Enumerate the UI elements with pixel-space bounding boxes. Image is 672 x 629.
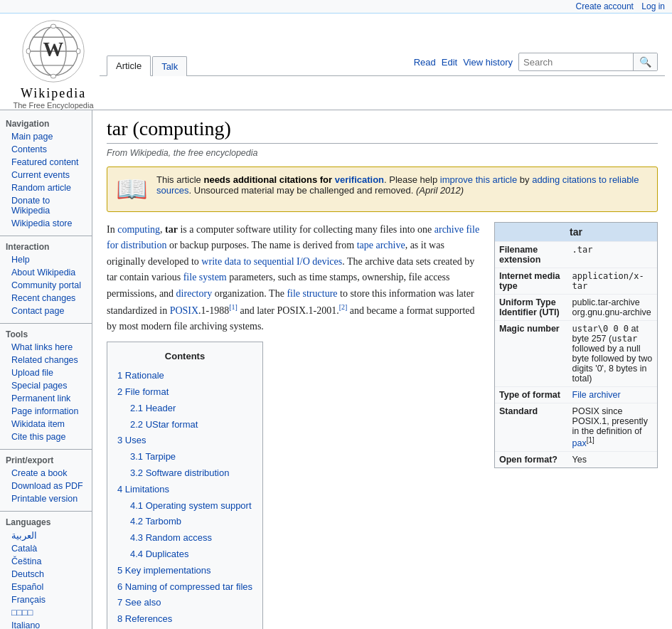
toc-link-4-1[interactable]: 4.1 Operating system support: [130, 500, 252, 511]
toc-link-8[interactable]: 8 References: [117, 613, 172, 624]
toc-link-4[interactable]: 4 Limitations: [117, 484, 169, 495]
sidebar-lang-catala[interactable]: Català: [0, 542, 92, 555]
toc-item-6: 6 Naming of compressed tar files: [117, 580, 252, 595]
sidebar-item-contents[interactable]: Contents: [0, 143, 92, 156]
file-system-link[interactable]: file system: [183, 272, 227, 282]
sidebar-item-about[interactable]: About Wikipedia: [0, 266, 92, 279]
logo-subtitle: The Free Encyclopedia: [7, 101, 100, 110]
sidebar-item-random[interactable]: Random article: [0, 181, 92, 194]
sidebar-item-community[interactable]: Community portal: [0, 279, 92, 292]
sidebar-item-printable[interactable]: Printable version: [0, 492, 92, 505]
directory-link[interactable]: directory: [176, 288, 213, 299]
sidebar-lang-arabic[interactable]: العربية: [0, 529, 92, 542]
toc-link-2-2[interactable]: 2.2 UStar format: [130, 419, 198, 430]
toc-link-7[interactable]: 7 See also: [117, 597, 161, 608]
infobox-row-filename: Filename extension .tar: [495, 242, 657, 268]
tape-archive-link[interactable]: tape archive: [357, 240, 405, 250]
toc-link-3-1[interactable]: 3.1 Tarpipe: [130, 451, 176, 462]
sidebar-item-download-pdf[interactable]: Download as PDF: [0, 480, 92, 492]
infobox-label-type: Type of format: [495, 387, 568, 403]
toc-list: 1 Rationale 2 File format 2.1 Header 2.2…: [117, 369, 252, 629]
sidebar-item-wikidata[interactable]: Wikidata item: [0, 418, 92, 430]
improve-link[interactable]: improve this article: [440, 174, 517, 185]
ref2[interactable]: [2]: [339, 303, 348, 311]
search-box: 🔍: [518, 53, 658, 71]
main-content: tar (computing) From Wikipedia, the free…: [92, 110, 672, 629]
sidebar-item-what-links[interactable]: What links here: [0, 341, 92, 354]
file-archiver-link[interactable]: File archiver: [572, 390, 621, 400]
computing-link[interactable]: computing: [117, 224, 160, 235]
toc-link-1[interactable]: 1 Rationale: [117, 370, 164, 381]
toc-link-2-1[interactable]: 2.1 Header: [130, 403, 176, 413]
toc-link-4-3[interactable]: 4.3 Random access: [130, 532, 212, 543]
edit-link[interactable]: Edit: [442, 57, 457, 68]
toc-link-6[interactable]: 6 Naming of compressed tar files: [117, 581, 252, 592]
tab-actions: Read Edit View history 🔍: [414, 53, 658, 75]
search-button[interactable]: 🔍: [633, 53, 657, 70]
sidebar-lang-german[interactable]: Deutsch: [0, 568, 92, 581]
search-input[interactable]: [519, 54, 633, 70]
sidebar-item-contact[interactable]: Contact page: [0, 305, 92, 317]
warning-box: 📖 This article needs additional citation…: [107, 166, 658, 212]
wikipedia-logo: W: [21, 19, 85, 83]
read-link[interactable]: Read: [414, 57, 436, 68]
article: tar (computing) From Wikipedia, the free…: [92, 110, 672, 629]
sidebar-item-store[interactable]: Wikipedia store: [0, 217, 92, 230]
file-structure-link[interactable]: file structure: [287, 288, 337, 299]
view-history-link[interactable]: View history: [463, 57, 513, 68]
verification-link[interactable]: verification: [335, 174, 384, 185]
posix-link[interactable]: POSIX: [170, 305, 198, 316]
archive-link[interactable]: archive file for distribution: [107, 224, 479, 250]
toc: Contents 1 Rationale 2 File format 2.1 H…: [107, 342, 263, 629]
tab-talk[interactable]: Talk: [152, 56, 187, 76]
tab-article[interactable]: Article: [107, 56, 151, 76]
toc-link-4-4[interactable]: 4.4 Duplicates: [130, 549, 188, 559]
sidebar-item-permalink[interactable]: Permanent link: [0, 392, 92, 405]
sidebar-lang-japanese-script[interactable]: □□□□: [0, 606, 92, 619]
tabs-bar: Article Talk Read Edit View history 🔍: [100, 53, 665, 76]
infobox-value-filename: .tar: [568, 242, 657, 268]
toc-sub-3: 3.1 Tarpipe 3.2 Software distribution: [117, 450, 252, 481]
ref1[interactable]: [1]: [229, 303, 238, 311]
sidebar-item-current-events[interactable]: Current events: [0, 169, 92, 181]
infobox-value-type: File archiver: [568, 387, 657, 403]
toc-link-5[interactable]: 5 Key implementations: [117, 565, 211, 576]
svg-rect-6: [50, 24, 55, 28]
sidebar-item-recent[interactable]: Recent changes: [0, 292, 92, 305]
sidebar-lang-spanish[interactable]: Español: [0, 581, 92, 593]
sidebar-section-print: Print/export Create a book Download as P…: [0, 453, 92, 505]
header: W Wikipedia The Free Encyclopedia Articl…: [0, 14, 672, 110]
infobox-label-media: Internet media type: [495, 268, 568, 295]
toc-link-2[interactable]: 2 File format: [117, 386, 169, 397]
svg-rect-9: [76, 48, 80, 53]
sidebar-item-donate[interactable]: Donate to Wikipedia: [0, 194, 92, 217]
sidebar-item-main-page[interactable]: Main page: [0, 130, 92, 143]
toc-link-4-2[interactable]: 4.2 Tarbomb: [130, 516, 181, 527]
infobox-value-standard: POSIX since POSIX.1, presently in the de…: [568, 403, 657, 452]
sidebar-item-cite[interactable]: Cite this page: [0, 430, 92, 443]
create-account-link[interactable]: Create account: [576, 1, 634, 11]
sidebar-item-help[interactable]: Help: [0, 253, 92, 266]
sidebar-lang-french[interactable]: Français: [0, 593, 92, 606]
warning-icon: 📖: [116, 174, 148, 204]
infobox-row-uti: Uniform Type Identifier (UTI) public.tar…: [495, 295, 657, 321]
sidebar-item-page-info[interactable]: Page information: [0, 405, 92, 418]
sidebar-item-special[interactable]: Special pages: [0, 379, 92, 392]
write-data-link[interactable]: write data to sequential I/O devices: [201, 256, 342, 267]
sidebar-lang-italian[interactable]: Italiano: [0, 619, 92, 629]
sidebar-print-title: Print/export: [0, 453, 92, 467]
sidebar-item-upload[interactable]: Upload file: [0, 366, 92, 379]
toc-item-2: 2 File format 2.1 Header 2.2 UStar forma…: [117, 385, 252, 432]
sidebar-section-languages: Languages العربية Català Čeština Deutsch…: [0, 514, 92, 629]
pax-link[interactable]: pax: [572, 438, 587, 448]
svg-rect-8: [26, 48, 30, 53]
log-in-link[interactable]: Log in: [641, 1, 665, 11]
toc-link-3[interactable]: 3 Uses: [117, 435, 146, 445]
sidebar-lang-czech[interactable]: Čeština: [0, 555, 92, 568]
sidebar-section-navigation: Navigation Main page Contents Featured c…: [0, 116, 92, 230]
sidebar-item-related[interactable]: Related changes: [0, 354, 92, 366]
svg-rect-7: [50, 74, 55, 78]
toc-link-3-2[interactable]: 3.2 Software distribution: [130, 467, 229, 478]
sidebar-item-create-book[interactable]: Create a book: [0, 467, 92, 480]
sidebar-item-featured[interactable]: Featured content: [0, 156, 92, 169]
